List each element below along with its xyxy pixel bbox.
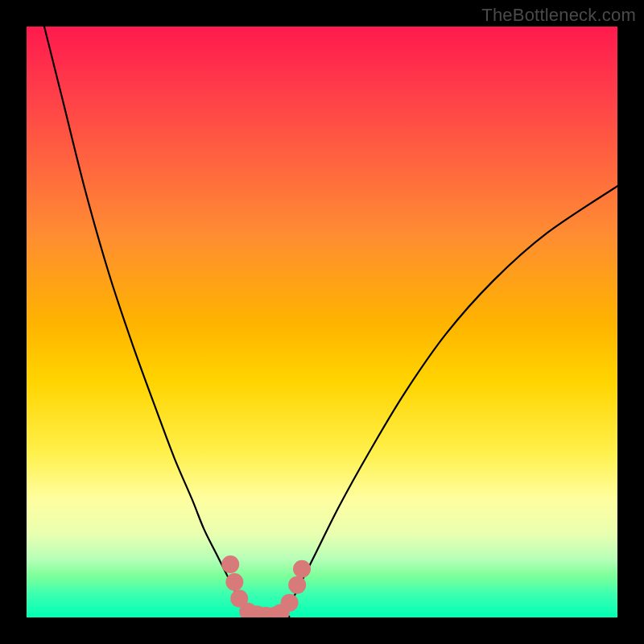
highlight-marker xyxy=(221,555,239,573)
curve-svg xyxy=(27,27,617,617)
chart-frame: TheBottleneck.com xyxy=(0,0,644,644)
plot-area xyxy=(27,27,617,617)
watermark-text: TheBottleneck.com xyxy=(481,5,636,26)
curve-group xyxy=(44,27,617,617)
highlight-marker xyxy=(293,560,311,578)
bottleneck-curve xyxy=(44,27,617,617)
highlight-marker xyxy=(281,594,299,612)
marker-group xyxy=(221,555,311,617)
highlight-marker xyxy=(225,573,243,591)
highlight-marker xyxy=(288,576,306,594)
